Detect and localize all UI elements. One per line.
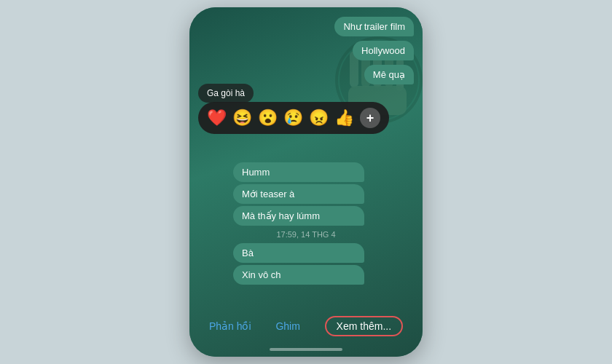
more-button[interactable]: Xem thêm... xyxy=(325,316,403,336)
reaction-bar[interactable]: ❤️ 😆 😮 😢 😠 👍 + xyxy=(198,102,389,134)
reaction-thumbsup[interactable]: 👍 xyxy=(334,108,354,127)
selected-message-label: Ga gòi hà xyxy=(198,84,254,103)
message-bubble-8: Xin vô ch xyxy=(233,265,364,285)
message-bubble-2: Hollywood xyxy=(353,41,414,60)
reaction-wow[interactable]: 😮 xyxy=(258,108,278,127)
message-timestamp: 17:59, 14 THG 4 xyxy=(189,230,423,239)
home-indicator xyxy=(270,348,342,351)
pin-button[interactable]: Ghim xyxy=(275,320,299,332)
reaction-more-button[interactable]: + xyxy=(360,108,380,128)
message-bubble-4: Humm xyxy=(233,162,364,182)
reply-button[interactable]: Phản hồi xyxy=(209,320,251,332)
reaction-cry[interactable]: 😢 xyxy=(283,108,303,127)
message-bubble-1: Như trailer film xyxy=(334,17,414,36)
phone-frame: Như trailer film Hollywood Mê quạ Ga gòi… xyxy=(189,7,423,357)
message-bubble-5: Mới teaser à xyxy=(233,184,364,204)
reaction-laugh[interactable]: 😆 xyxy=(232,108,252,127)
reaction-heart[interactable]: ❤️ xyxy=(207,108,227,127)
action-bar: Phản hồi Ghim Xem thêm... xyxy=(189,316,423,336)
reaction-angry[interactable]: 😠 xyxy=(309,108,329,127)
message-bubble-7: Bà xyxy=(233,243,364,263)
message-bubble-3: Mê quạ xyxy=(364,65,414,84)
message-bubble-6: Mà thấy hay lúmm xyxy=(233,206,364,226)
